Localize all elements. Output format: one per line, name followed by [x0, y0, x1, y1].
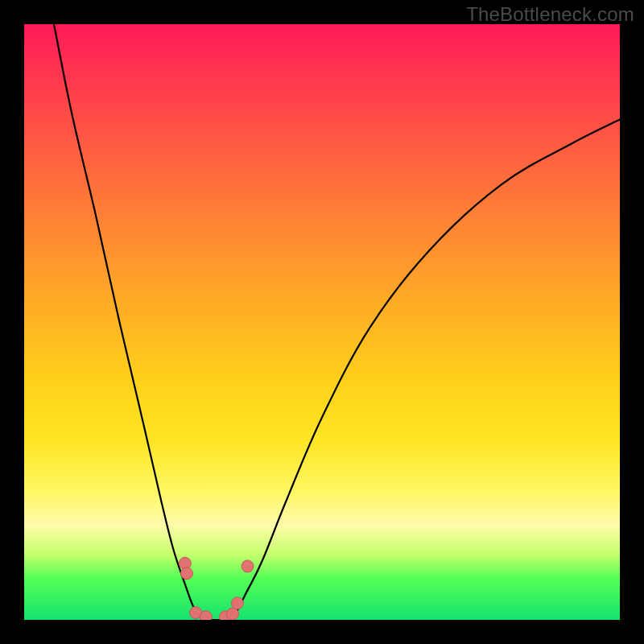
data-point: [181, 568, 193, 580]
data-point: [242, 560, 254, 572]
data-points: [179, 557, 254, 620]
chart-frame: TheBottleneck.com: [0, 0, 644, 644]
chart-svg: [24, 24, 620, 620]
left-curve: [54, 24, 203, 620]
data-point: [200, 611, 212, 620]
plot-area: [24, 24, 620, 620]
data-point: [231, 597, 243, 609]
right-curve: [233, 119, 620, 620]
watermark-text: TheBottleneck.com: [466, 3, 634, 26]
data-point: [227, 608, 239, 620]
